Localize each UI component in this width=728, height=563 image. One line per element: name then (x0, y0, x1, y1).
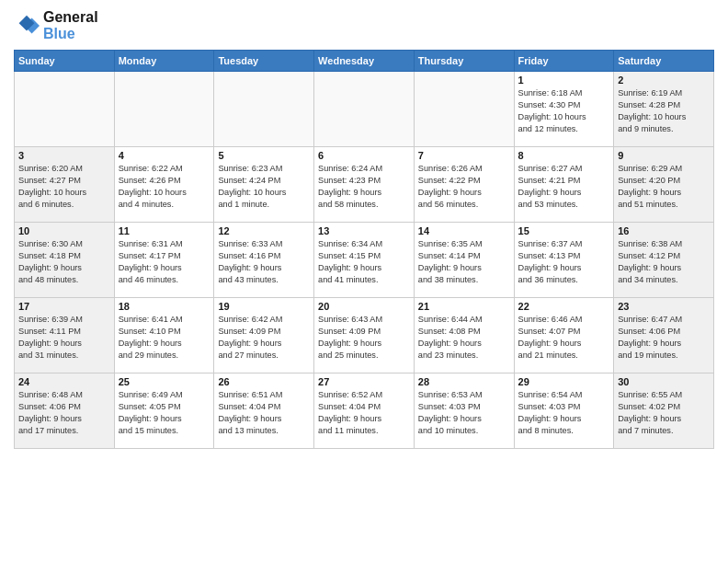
day-number: 24 (18, 376, 110, 387)
day-number: 1 (518, 75, 610, 86)
calendar-cell: 5Sunrise: 6:23 AM Sunset: 4:24 PM Daylig… (214, 147, 314, 223)
day-number: 10 (18, 225, 110, 236)
day-number: 19 (218, 301, 310, 312)
day-number: 2 (618, 75, 710, 86)
day-number: 18 (119, 301, 210, 312)
day-number: 25 (119, 376, 210, 387)
calendar-cell: 2Sunrise: 6:19 AM Sunset: 4:28 PM Daylig… (614, 72, 714, 147)
day-info: Sunrise: 6:31 AM Sunset: 4:17 PM Dayligh… (119, 238, 210, 286)
logo-text: General Blue (43, 9, 98, 42)
calendar-cell: 21Sunrise: 6:44 AM Sunset: 4:08 PM Dayli… (414, 298, 514, 373)
logo: General Blue (14, 9, 98, 42)
calendar-cell: 23Sunrise: 6:47 AM Sunset: 4:06 PM Dayli… (614, 298, 714, 373)
calendar-table: SundayMondayTuesdayWednesdayThursdayFrid… (14, 50, 714, 449)
day-info: Sunrise: 6:20 AM Sunset: 4:27 PM Dayligh… (18, 163, 110, 211)
day-info: Sunrise: 6:35 AM Sunset: 4:14 PM Dayligh… (418, 238, 510, 286)
day-info: Sunrise: 6:48 AM Sunset: 4:06 PM Dayligh… (18, 389, 110, 437)
day-info: Sunrise: 6:52 AM Sunset: 4:04 PM Dayligh… (318, 389, 410, 437)
calendar-header: SundayMondayTuesdayWednesdayThursdayFrid… (15, 51, 714, 72)
day-info: Sunrise: 6:47 AM Sunset: 4:06 PM Dayligh… (618, 314, 710, 362)
day-number: 5 (218, 150, 310, 161)
day-info: Sunrise: 6:26 AM Sunset: 4:22 PM Dayligh… (418, 163, 510, 211)
day-number: 22 (518, 301, 610, 312)
day-number: 8 (518, 150, 610, 161)
calendar-cell: 16Sunrise: 6:38 AM Sunset: 4:12 PM Dayli… (614, 223, 714, 298)
day-info: Sunrise: 6:44 AM Sunset: 4:08 PM Dayligh… (418, 314, 510, 362)
day-info: Sunrise: 6:38 AM Sunset: 4:12 PM Dayligh… (618, 238, 710, 286)
day-number: 11 (119, 225, 210, 236)
calendar-cell (414, 72, 514, 147)
header: General Blue (14, 9, 714, 42)
week-row-1: 1Sunrise: 6:18 AM Sunset: 4:30 PM Daylig… (15, 72, 714, 147)
day-info: Sunrise: 6:30 AM Sunset: 4:18 PM Dayligh… (18, 238, 110, 286)
calendar-cell: 28Sunrise: 6:53 AM Sunset: 4:03 PM Dayli… (414, 373, 514, 449)
calendar-cell: 18Sunrise: 6:41 AM Sunset: 4:10 PM Dayli… (114, 298, 214, 373)
calendar-cell: 25Sunrise: 6:49 AM Sunset: 4:05 PM Dayli… (114, 373, 214, 449)
calendar-cell (114, 72, 214, 147)
day-info: Sunrise: 6:39 AM Sunset: 4:11 PM Dayligh… (18, 314, 110, 362)
day-number: 30 (618, 376, 710, 387)
day-number: 17 (18, 301, 110, 312)
day-number: 21 (418, 301, 510, 312)
day-info: Sunrise: 6:29 AM Sunset: 4:20 PM Dayligh… (618, 163, 710, 211)
week-row-2: 3Sunrise: 6:20 AM Sunset: 4:27 PM Daylig… (15, 147, 714, 223)
calendar-cell (314, 72, 415, 147)
day-number: 27 (318, 376, 410, 387)
day-number: 12 (218, 225, 310, 236)
day-number: 26 (218, 376, 310, 387)
day-info: Sunrise: 6:33 AM Sunset: 4:16 PM Dayligh… (218, 238, 310, 286)
day-info: Sunrise: 6:37 AM Sunset: 4:13 PM Dayligh… (518, 238, 610, 286)
calendar-cell: 24Sunrise: 6:48 AM Sunset: 4:06 PM Dayli… (15, 373, 115, 449)
calendar-cell: 3Sunrise: 6:20 AM Sunset: 4:27 PM Daylig… (15, 147, 115, 223)
day-info: Sunrise: 6:51 AM Sunset: 4:04 PM Dayligh… (218, 389, 310, 437)
day-info: Sunrise: 6:42 AM Sunset: 4:09 PM Dayligh… (218, 314, 310, 362)
header-day-wednesday: Wednesday (314, 51, 415, 72)
day-info: Sunrise: 6:22 AM Sunset: 4:26 PM Dayligh… (119, 163, 210, 211)
calendar-cell: 8Sunrise: 6:27 AM Sunset: 4:21 PM Daylig… (514, 147, 614, 223)
day-number: 23 (618, 301, 710, 312)
week-row-4: 17Sunrise: 6:39 AM Sunset: 4:11 PM Dayli… (15, 298, 714, 373)
calendar-cell: 30Sunrise: 6:55 AM Sunset: 4:02 PM Dayli… (614, 373, 714, 449)
calendar-cell: 10Sunrise: 6:30 AM Sunset: 4:18 PM Dayli… (15, 223, 115, 298)
calendar-cell: 19Sunrise: 6:42 AM Sunset: 4:09 PM Dayli… (214, 298, 314, 373)
calendar-cell: 20Sunrise: 6:43 AM Sunset: 4:09 PM Dayli… (314, 298, 415, 373)
calendar-body: 1Sunrise: 6:18 AM Sunset: 4:30 PM Daylig… (15, 72, 714, 449)
day-info: Sunrise: 6:34 AM Sunset: 4:15 PM Dayligh… (318, 238, 410, 286)
calendar-cell: 15Sunrise: 6:37 AM Sunset: 4:13 PM Dayli… (514, 223, 614, 298)
day-info: Sunrise: 6:19 AM Sunset: 4:28 PM Dayligh… (618, 87, 710, 135)
calendar-cell: 26Sunrise: 6:51 AM Sunset: 4:04 PM Dayli… (214, 373, 314, 449)
calendar-cell: 14Sunrise: 6:35 AM Sunset: 4:14 PM Dayli… (414, 223, 514, 298)
day-number: 16 (618, 225, 710, 236)
logo-icon (14, 13, 40, 39)
header-day-tuesday: Tuesday (214, 51, 314, 72)
day-number: 7 (418, 150, 510, 161)
day-info: Sunrise: 6:53 AM Sunset: 4:03 PM Dayligh… (418, 389, 510, 437)
calendar-cell: 17Sunrise: 6:39 AM Sunset: 4:11 PM Dayli… (15, 298, 115, 373)
day-number: 4 (119, 150, 210, 161)
day-info: Sunrise: 6:18 AM Sunset: 4:30 PM Dayligh… (518, 87, 610, 135)
day-info: Sunrise: 6:23 AM Sunset: 4:24 PM Dayligh… (218, 163, 310, 211)
day-number: 29 (518, 376, 610, 387)
header-day-sunday: Sunday (15, 51, 115, 72)
day-number: 6 (318, 150, 410, 161)
calendar-cell (214, 72, 314, 147)
header-day-monday: Monday (114, 51, 214, 72)
calendar-cell: 4Sunrise: 6:22 AM Sunset: 4:26 PM Daylig… (114, 147, 214, 223)
calendar-cell (15, 72, 115, 147)
day-info: Sunrise: 6:41 AM Sunset: 4:10 PM Dayligh… (119, 314, 210, 362)
calendar-cell: 29Sunrise: 6:54 AM Sunset: 4:03 PM Dayli… (514, 373, 614, 449)
day-info: Sunrise: 6:43 AM Sunset: 4:09 PM Dayligh… (318, 314, 410, 362)
day-info: Sunrise: 6:54 AM Sunset: 4:03 PM Dayligh… (518, 389, 610, 437)
week-row-5: 24Sunrise: 6:48 AM Sunset: 4:06 PM Dayli… (15, 373, 714, 449)
day-info: Sunrise: 6:46 AM Sunset: 4:07 PM Dayligh… (518, 314, 610, 362)
calendar-cell: 27Sunrise: 6:52 AM Sunset: 4:04 PM Dayli… (314, 373, 415, 449)
calendar-cell: 7Sunrise: 6:26 AM Sunset: 4:22 PM Daylig… (414, 147, 514, 223)
day-info: Sunrise: 6:55 AM Sunset: 4:02 PM Dayligh… (618, 389, 710, 437)
calendar-cell: 22Sunrise: 6:46 AM Sunset: 4:07 PM Dayli… (514, 298, 614, 373)
calendar-cell: 13Sunrise: 6:34 AM Sunset: 4:15 PM Dayli… (314, 223, 415, 298)
header-row: SundayMondayTuesdayWednesdayThursdayFrid… (15, 51, 714, 72)
day-info: Sunrise: 6:24 AM Sunset: 4:23 PM Dayligh… (318, 163, 410, 211)
page-container: General Blue SundayMondayTuesdayWednesda… (0, 0, 728, 458)
calendar-cell: 1Sunrise: 6:18 AM Sunset: 4:30 PM Daylig… (514, 72, 614, 147)
calendar-cell: 11Sunrise: 6:31 AM Sunset: 4:17 PM Dayli… (114, 223, 214, 298)
